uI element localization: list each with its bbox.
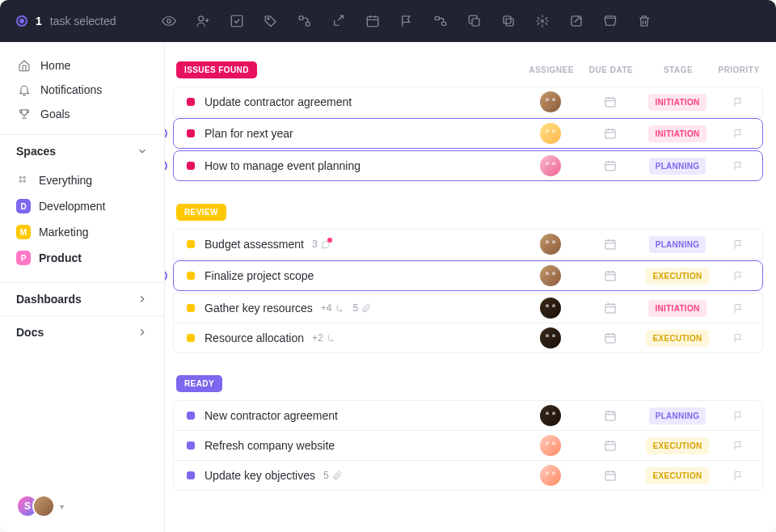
due-date-cell[interactable] — [580, 331, 641, 344]
docs-section[interactable]: Docs — [0, 315, 164, 348]
priority-cell[interactable] — [714, 239, 762, 251]
status-square-icon[interactable] — [187, 129, 195, 137]
assignee-cell[interactable] — [521, 405, 580, 426]
task-row[interactable]: Refresh company website EXECUTION — [173, 430, 763, 461]
nav-notifications[interactable]: Notifications — [0, 78, 164, 102]
comments-count[interactable]: 3 — [312, 239, 331, 250]
status-square-icon[interactable] — [187, 98, 195, 106]
task-row[interactable]: Budget assessment3 PLANNING — [173, 229, 763, 260]
template-icon[interactable] — [563, 7, 590, 35]
due-date-cell[interactable] — [580, 269, 641, 282]
priority-cell[interactable] — [714, 302, 762, 315]
due-date-cell[interactable] — [580, 469, 641, 482]
task-list: Budget assessment3 PLANNING Finalize pro… — [173, 229, 763, 353]
watch-icon[interactable] — [155, 7, 183, 35]
merge-icon[interactable] — [529, 7, 556, 35]
assignee-cell[interactable] — [521, 91, 580, 112]
task-row[interactable]: How to manage event planning PLANNING — [173, 150, 763, 181]
assignee-cell[interactable] — [521, 327, 580, 348]
workspace-switcher[interactable]: S ▾ — [0, 480, 164, 532]
assign-user-icon[interactable] — [189, 7, 217, 35]
attachments-count[interactable]: 5 — [353, 302, 372, 314]
priority-cell[interactable] — [714, 332, 762, 344]
due-date-cell[interactable] — [580, 439, 641, 452]
stage-cell[interactable]: EXECUTION — [641, 268, 714, 285]
spaces-section-header[interactable]: Spaces — [0, 134, 164, 167]
assignee-cell[interactable] — [521, 298, 580, 319]
due-date-cell[interactable] — [580, 238, 641, 251]
stage-cell[interactable]: PLANNING — [641, 236, 714, 253]
assignee-cell[interactable] — [521, 234, 580, 255]
stage-cell[interactable]: INITIATION — [641, 94, 714, 111]
convert-subtask-icon[interactable] — [291, 7, 318, 35]
status-icon[interactable] — [223, 7, 251, 35]
space-product[interactable]: P Product — [0, 245, 164, 271]
space-development[interactable]: D Development — [0, 193, 164, 219]
priority-cell[interactable] — [714, 160, 762, 172]
status-pill[interactable]: ISSUES FOUND — [176, 61, 257, 78]
archive-icon[interactable] — [597, 7, 624, 35]
task-row[interactable]: Finalize project scope EXECUTION — [173, 260, 763, 291]
stage-cell[interactable]: INITIATION — [641, 300, 714, 317]
due-date-cell[interactable] — [580, 409, 641, 422]
stage-cell[interactable]: PLANNING — [641, 407, 714, 424]
priority-cell[interactable] — [714, 470, 762, 482]
task-row[interactable]: New contractor agreement PLANNING — [173, 400, 763, 431]
task-row[interactable]: Update contractor agreement INITIATION — [173, 87, 763, 117]
dates-icon[interactable] — [359, 7, 386, 35]
space-everything[interactable]: Everything — [0, 167, 164, 193]
svg-rect-7 — [435, 17, 439, 20]
priority-flag-icon[interactable] — [393, 7, 420, 35]
task-row[interactable]: Plan for next year INITIATION — [173, 118, 763, 149]
due-date-cell[interactable] — [580, 302, 641, 315]
svg-rect-24 — [605, 334, 615, 343]
status-square-icon[interactable] — [187, 240, 195, 248]
assignee-cell[interactable] — [521, 465, 580, 486]
task-row[interactable]: Update key objectives5 EXECUTION — [173, 460, 763, 491]
status-square-icon[interactable] — [187, 334, 195, 342]
nav-goals[interactable]: Goals — [0, 102, 164, 126]
priority-cell[interactable] — [714, 128, 762, 140]
task-row[interactable]: Gather key resources+45 INITIATION — [173, 293, 763, 323]
assignee-cell[interactable] — [521, 155, 580, 176]
status-square-icon[interactable] — [187, 441, 195, 450]
move-icon[interactable] — [325, 7, 352, 35]
row-select-radio[interactable] — [165, 160, 167, 171]
duplicate-icon[interactable] — [461, 7, 488, 35]
stage-cell[interactable]: EXECUTION — [641, 437, 714, 454]
stage-cell[interactable]: PLANNING — [641, 158, 714, 175]
subtasks-count[interactable]: +2 — [312, 332, 336, 344]
space-marketing[interactable]: M Marketing — [0, 219, 164, 245]
priority-cell[interactable] — [714, 410, 762, 422]
assignee-cell[interactable] — [521, 435, 580, 456]
nav-home[interactable]: Home — [0, 53, 164, 78]
status-square-icon[interactable] — [187, 304, 195, 312]
assignee-cell[interactable] — [521, 265, 580, 286]
priority-cell[interactable] — [714, 96, 762, 108]
status-square-icon[interactable] — [187, 412, 195, 420]
due-date-cell[interactable] — [580, 127, 641, 140]
assignee-cell[interactable] — [521, 123, 580, 144]
due-date-cell[interactable] — [580, 95, 641, 108]
stage-cell[interactable]: EXECUTION — [641, 330, 714, 347]
status-square-icon[interactable] — [187, 471, 195, 479]
tag-icon[interactable] — [257, 7, 285, 35]
due-date-cell[interactable] — [580, 159, 641, 172]
dependencies-icon[interactable] — [427, 7, 454, 35]
status-square-icon[interactable] — [187, 162, 195, 170]
dashboards-section[interactable]: Dashboards — [0, 282, 164, 315]
copy-icon[interactable] — [495, 7, 522, 35]
row-select-radio[interactable] — [165, 270, 167, 281]
delete-icon[interactable] — [630, 7, 658, 35]
stage-cell[interactable]: EXECUTION — [641, 467, 714, 484]
subtasks-count[interactable]: +4 — [321, 302, 345, 314]
priority-cell[interactable] — [714, 270, 762, 282]
task-row[interactable]: Resource allocation+2 EXECUTION — [173, 323, 763, 353]
attachments-count[interactable]: 5 — [323, 470, 342, 481]
row-select-radio[interactable] — [165, 128, 167, 139]
priority-cell[interactable] — [714, 440, 762, 452]
status-pill[interactable]: REVIEW — [176, 204, 226, 221]
stage-cell[interactable]: INITIATION — [641, 125, 714, 142]
status-square-icon[interactable] — [187, 272, 195, 280]
status-pill[interactable]: READY — [176, 375, 222, 392]
